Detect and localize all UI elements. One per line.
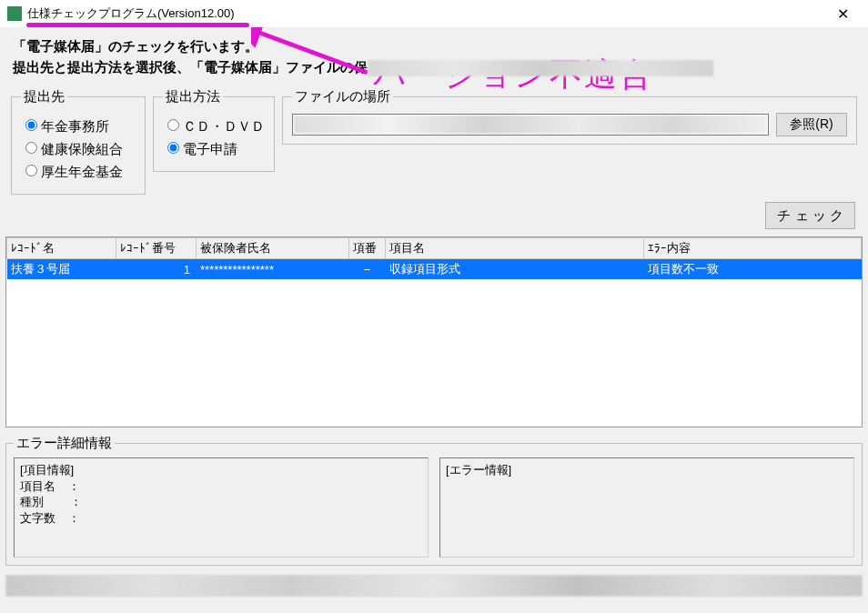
col-insured-name[interactable]: 被保険者氏名 (197, 238, 349, 259)
col-record-name[interactable]: ﾚｺｰﾄﾞ名 (7, 238, 116, 259)
browse-button[interactable]: 参照(R) (776, 113, 847, 136)
file-path-input[interactable] (292, 114, 769, 136)
dest-radio-1[interactable] (25, 119, 37, 131)
table-row[interactable]: 扶養３号届 1 **************** − 収録項目形式 項目数不一致 (7, 259, 862, 280)
status-bar-blurred (5, 575, 863, 597)
col-error-content[interactable]: ｴﾗｰ内容 (644, 238, 862, 259)
item-info-box: [項目情報] 項目名 ： 種別 ： 文字数 ： (14, 457, 429, 558)
dest-radio-2[interactable] (25, 142, 37, 154)
file-location-group: ファイルの場所 参照(R) (282, 88, 857, 145)
file-legend: ファイルの場所 (292, 88, 393, 106)
error-info-box: [エラー情報] (439, 457, 854, 558)
col-item-name[interactable]: 項目名 (386, 238, 644, 259)
method-opt-cddvd[interactable]: ＣＤ・ＤＶＤ (163, 116, 265, 136)
instruction-line-2: 提出先と提出方法を選択後、「電子媒体届」ファイルの保 (13, 57, 855, 78)
method-radio-1[interactable] (167, 119, 179, 131)
destination-group: 提出先 年金事務所 健康保険組合 厚生年金基金 (11, 88, 146, 195)
error-detail-group: エラー詳細情報 [項目情報] 項目名 ： 種別 ： 文字数 ： [エラー情報] (5, 435, 863, 566)
result-table[interactable]: ﾚｺｰﾄﾞ名 ﾚｺｰﾄﾞ番号 被保険者氏名 項番 項目名 ｴﾗｰ内容 扶養３号届… (5, 236, 863, 427)
close-button[interactable]: ✕ (824, 0, 861, 27)
col-record-number[interactable]: ﾚｺｰﾄﾞ番号 (116, 238, 197, 259)
method-radio-2[interactable] (167, 142, 179, 154)
dest-opt-welfare-fund[interactable]: 厚生年金基金 (21, 162, 136, 181)
dest-opt-pension-office[interactable]: 年金事務所 (21, 116, 136, 136)
dest-opt-health-ins[interactable]: 健康保険組合 (21, 139, 136, 158)
col-item-number[interactable]: 項番 (349, 238, 386, 259)
window-title: 仕様チェックプログラム(Version12.00) (27, 5, 235, 22)
method-legend: 提出方法 (163, 88, 223, 106)
dest-radio-3[interactable] (25, 165, 37, 176)
blurred-text (368, 60, 713, 76)
check-button[interactable]: チ ェ ッ ク (765, 202, 855, 229)
method-opt-eapply[interactable]: 電子申請 (163, 139, 265, 158)
app-icon (7, 6, 22, 21)
table-header-row: ﾚｺｰﾄﾞ名 ﾚｺｰﾄﾞ番号 被保険者氏名 項番 項目名 ｴﾗｰ内容 (7, 238, 862, 259)
error-detail-legend: エラー詳細情報 (14, 435, 115, 452)
blurred-text (294, 116, 767, 134)
method-group: 提出方法 ＣＤ・ＤＶＤ 電子申請 (153, 88, 275, 172)
annotation-underline (26, 23, 249, 27)
destination-legend: 提出先 (21, 88, 67, 106)
